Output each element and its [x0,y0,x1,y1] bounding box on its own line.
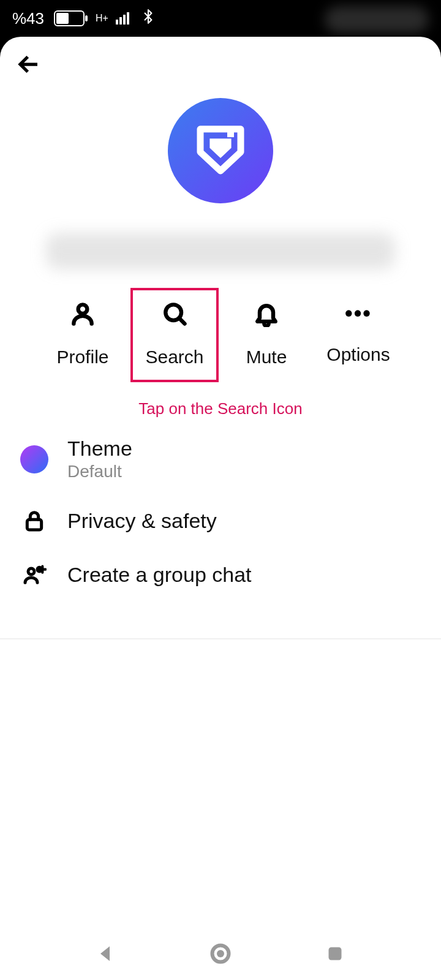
battery-icon [50,10,85,26]
svg-rect-8 [328,948,341,960]
group-add-icon [20,560,49,589]
annotation-text: Tap on the Search Icon [0,399,441,418]
status-bar: %43 H+ [0,0,441,37]
options-action[interactable]: ••• Options [315,289,401,381]
nav-recent[interactable] [324,943,346,967]
options-action-label: Options [326,344,390,365]
search-action[interactable]: Search [132,289,217,381]
back-button[interactable] [16,51,425,80]
profile-avatar[interactable] [168,98,273,203]
lock-icon [20,506,49,535]
privacy-row[interactable]: Privacy & safety [16,494,425,548]
create-group-row[interactable]: Create a group chat [16,548,425,601]
battery-percent: %43 [12,9,44,28]
system-navbar [0,930,441,980]
svg-rect-0 [227,129,234,137]
profile-action[interactable]: Profile [40,289,126,381]
theme-row[interactable]: Theme Default [16,424,425,494]
profile-name-blurred [46,233,395,270]
theme-color-icon [20,445,48,473]
statusbar-right-blur [325,6,429,33]
svg-point-7 [217,950,224,957]
theme-label: Theme [67,437,132,461]
section-divider [0,638,441,639]
svg-rect-3 [27,519,41,530]
svg-point-4 [28,568,34,575]
more-dots-icon: ••• [345,300,372,327]
nav-home[interactable] [209,943,232,967]
bell-icon [253,300,280,330]
mute-action[interactable]: Mute [224,289,309,381]
theme-value: Default [67,462,132,481]
mute-action-label: Mute [246,347,287,368]
bluetooth-icon [140,9,156,29]
privacy-label: Privacy & safety [67,509,217,533]
nav-back[interactable] [95,943,117,967]
search-icon [161,300,188,330]
svg-point-1 [78,304,88,314]
network-type: H+ [96,14,108,23]
person-icon [69,300,96,330]
profile-action-label: Profile [56,347,108,368]
create-group-label: Create a group chat [67,563,252,587]
signal-bars-icon [116,12,129,24]
search-action-label: Search [145,347,203,368]
